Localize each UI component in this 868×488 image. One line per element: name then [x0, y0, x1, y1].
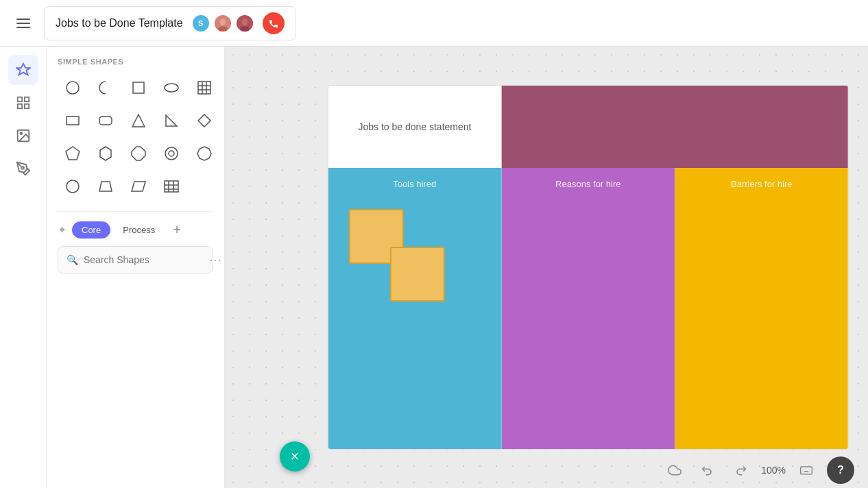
shape-arc[interactable]: [91, 73, 121, 103]
shape-right-triangle[interactable]: [156, 106, 186, 136]
svg-point-13: [67, 82, 79, 94]
svg-rect-21: [67, 117, 79, 125]
svg-point-5: [240, 26, 250, 32]
svg-rect-8: [17, 104, 21, 108]
shape-octagon[interactable]: [123, 138, 154, 169]
svg-marker-28: [132, 147, 145, 160]
shape-square[interactable]: [123, 73, 154, 103]
main-content: SIMPLE SHAPES: [0, 47, 868, 488]
zoom-level: 100%: [761, 465, 786, 476]
tab-process[interactable]: Process: [113, 221, 165, 239]
left-sidebar: [0, 47, 47, 488]
shape-pentagon[interactable]: [58, 138, 88, 169]
svg-rect-6: [17, 97, 21, 101]
svg-point-11: [20, 132, 22, 134]
board-col-reasons: Reasons for hire: [502, 168, 675, 449]
avatar-1: [213, 14, 232, 33]
barriers-label: Barriers for hire: [686, 179, 837, 189]
shape-roundrect[interactable]: [91, 106, 121, 136]
shape-trapezoid[interactable]: [91, 171, 121, 202]
fab-close-button[interactable]: ×: [280, 441, 310, 472]
svg-point-2: [218, 26, 228, 32]
svg-rect-16: [198, 82, 210, 94]
svg-point-29: [165, 147, 178, 160]
svg-point-4: [241, 19, 248, 25]
board-top-row: Jobs to be done statement: [328, 86, 848, 168]
svg-rect-22: [99, 117, 112, 125]
svg-rect-7: [24, 97, 28, 101]
title-box: Jobs to be Done Template S: [44, 6, 296, 40]
redo-button[interactable]: [728, 458, 753, 483]
keyboard-button[interactable]: [794, 458, 819, 483]
shape-decagon[interactable]: [189, 138, 219, 169]
template-board: Jobs to be done statement Tools hired Re…: [328, 85, 849, 450]
svg-marker-33: [99, 182, 112, 191]
shape-diamond[interactable]: [189, 106, 219, 136]
svg-point-12: [21, 167, 24, 169]
document-title: Jobs to be Done Template: [56, 17, 183, 29]
shape-parallelogram[interactable]: [123, 171, 154, 202]
svg-point-15: [165, 84, 178, 92]
search-icon: 🔍: [67, 254, 78, 265]
svg-rect-14: [133, 82, 144, 93]
sidebar-shapes-btn[interactable]: [8, 55, 38, 85]
bottom-toolbar: 100% ?: [225, 452, 868, 488]
svg-point-30: [169, 151, 174, 156]
header: Jobs to be Done Template S: [0, 0, 868, 47]
shapes-grid: [58, 73, 213, 202]
canvas-area[interactable]: Jobs to be done statement Tools hired Re…: [225, 47, 868, 488]
undo-button[interactable]: [695, 458, 720, 483]
shape-ellipse[interactable]: [156, 73, 186, 103]
shape-circle2[interactable]: [58, 171, 88, 202]
svg-point-32: [67, 180, 79, 193]
board-statement: Jobs to be done statement: [328, 86, 502, 168]
search-more-icon[interactable]: ⋯: [209, 252, 221, 267]
svg-marker-23: [132, 114, 145, 127]
collaborators-avatars: S: [191, 14, 254, 33]
sidebar-draw-btn[interactable]: [8, 154, 38, 184]
svg-rect-40: [801, 467, 812, 474]
board-header-purple: [502, 86, 848, 168]
svg-marker-31: [197, 147, 211, 160]
svg-marker-25: [198, 114, 210, 127]
shape-table[interactable]: [156, 171, 186, 202]
shapes-panel: SIMPLE SHAPES: [47, 47, 225, 488]
search-shapes-box[interactable]: 🔍 ⋯: [58, 246, 213, 273]
sidebar-frames-btn[interactable]: [8, 88, 38, 118]
svg-marker-34: [132, 182, 145, 191]
add-tab-button[interactable]: +: [167, 220, 186, 239]
svg-marker-26: [66, 147, 80, 160]
shape-circle[interactable]: [58, 73, 88, 103]
shape-tabs-row: ✦ Core Process +: [58, 211, 213, 239]
call-button[interactable]: [263, 12, 285, 34]
sticky-note-2[interactable]: [390, 247, 445, 302]
menu-button[interactable]: [11, 11, 36, 36]
tab-sparkle-icon: ✦: [58, 223, 67, 236]
help-button[interactable]: ?: [827, 456, 854, 484]
board-bottom-row: Tools hired Reasons for hire Barriers fo…: [328, 168, 848, 449]
svg-point-1: [219, 19, 226, 25]
avatar-2: [235, 14, 254, 33]
shape-rect[interactable]: [58, 106, 88, 136]
svg-marker-24: [166, 115, 177, 126]
shape-grid[interactable]: [189, 73, 219, 103]
svg-marker-27: [100, 147, 111, 160]
shape-triangle[interactable]: [123, 106, 154, 136]
shape-hexagon[interactable]: [91, 138, 121, 169]
cloud-save-button[interactable]: [662, 458, 687, 483]
avatar-s: S: [191, 14, 210, 33]
shapes-section-label: SIMPLE SHAPES: [58, 58, 213, 66]
tab-core[interactable]: Core: [72, 221, 110, 239]
svg-rect-35: [165, 181, 178, 192]
svg-rect-9: [24, 104, 28, 108]
reasons-label: Reasons for hire: [513, 179, 664, 189]
search-shapes-input[interactable]: [84, 254, 204, 265]
tools-hired-label: Tools hired: [339, 179, 490, 189]
sidebar-images-btn[interactable]: [8, 121, 38, 151]
board-col-barriers: Barriers for hire: [675, 168, 848, 449]
board-col-tools: Tools hired: [328, 168, 502, 449]
shape-ring[interactable]: [156, 138, 186, 169]
